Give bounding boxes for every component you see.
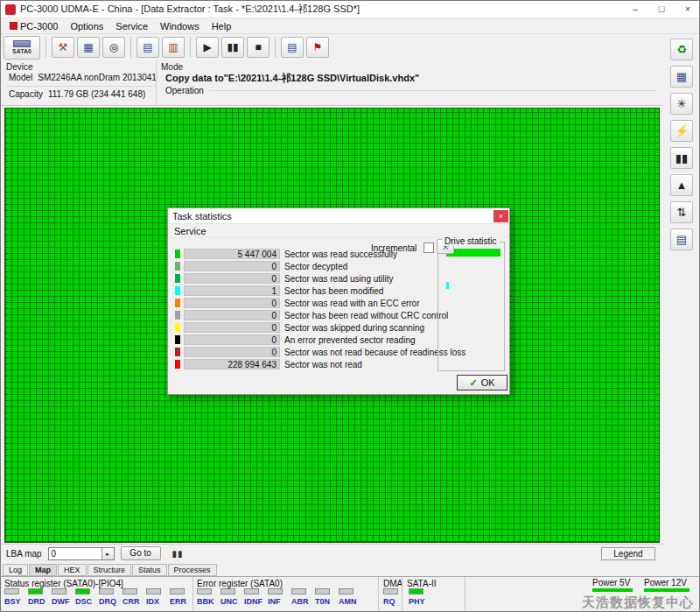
goto-button[interactable]: Go to [121,546,161,560]
idnf-led [244,588,259,594]
stat-swatch [175,311,180,320]
dialog-title-bar[interactable]: Task statistics × [168,208,509,224]
process-button[interactable]: ⚑ [306,37,329,58]
fan-icon: ✳ [677,97,687,110]
stat-label: Sector decypted [284,262,347,271]
menu-service[interactable]: Service [109,20,154,32]
stat-value: 1 [184,285,280,296]
grid-icon: ▥ [168,41,178,53]
check-icon: ✓ [469,377,477,389]
stat-value: 0 [184,334,280,345]
app-window: PC-3000 UDMA-E - China - [Data Extractor… [0,0,700,612]
map-view-button[interactable]: ▤ [136,37,159,58]
close-button[interactable]: × [675,1,700,18]
title-bar: PC-3000 UDMA-E - China - [Data Extractor… [1,1,700,18]
tab-map[interactable]: Map [29,564,57,576]
status-flags: BSY DRD DWF DSC DRQ CRR IDX ERR [4,588,193,606]
stat-row: 5 447 004 Sector was read successfully [175,248,466,260]
phy-label: PHY [409,597,425,606]
toolbar-separator [130,37,131,58]
drive-statistic-bar [446,249,500,257]
crr-led [122,588,137,594]
legend-button[interactable]: Legend [601,547,655,560]
inf-led [268,588,283,594]
menu-options[interactable]: Options [64,20,109,32]
start-button[interactable]: ▶ [196,37,219,58]
swap-button[interactable]: ⇅ [670,201,693,223]
sata0-port-button[interactable]: SATA0 [4,36,40,60]
stat-swatch [175,250,180,258]
drive-statistic-label: Drive statistic [442,236,499,246]
binoculars-icon: ◎ [109,41,118,53]
flag-abr: ABR [291,588,315,606]
unc-label: UNC [220,597,238,606]
tools-button[interactable]: ⚒ [52,37,74,58]
eject-button[interactable]: ▲ [670,174,693,196]
play-icon: ▶ [203,41,211,53]
device-panel: Device Model SM2246AA nonDram 20130411 S… [3,60,157,106]
sata-port-icon [13,40,31,47]
minimize-button[interactable]: – [622,1,648,18]
tab-hex[interactable]: HEX [58,564,87,576]
maximize-button[interactable]: □ [648,1,675,18]
dwf-led [52,588,66,594]
flag-phy: PHY [409,588,432,606]
fan-button[interactable]: ✳ [670,93,693,115]
abr-led [291,588,306,594]
drq-label: DRQ [99,597,116,606]
chip-button[interactable]: ▦ [77,37,100,58]
device-chip-icon: ▦ [676,70,687,83]
flag-inf: INF [268,588,291,606]
t0n-led [315,588,330,594]
operation-line [209,90,657,91]
pause-button[interactable]: ▮▮ [221,37,244,58]
menu-pc3000-label: PC-3000 [20,21,58,32]
stat-row: 0 Sector was read using utility [175,272,466,285]
dma-flags: RQ [383,588,407,606]
stat-swatch [175,299,180,307]
lba-browse-button[interactable]: ▸ [102,548,114,559]
tab-status[interactable]: Status [132,564,167,576]
mode-copy-text: Copy data to"E:\2021\1.4-祁128G SSD\Virtu… [158,73,662,84]
stat-label: Sector was not read [284,360,362,369]
stat-swatch [175,335,180,344]
rq-label: RQ [383,597,396,606]
stat-swatch [175,274,180,283]
stop-button[interactable]: ■ [247,37,270,58]
pause-drive-icon: ▮▮ [676,151,688,165]
bottom-tabs: Log Map HEX Structure Status Processes [1,562,662,576]
report-icon: ▤ [287,41,297,53]
flag-bbk: BBK [197,588,220,606]
tab-log[interactable]: Log [3,564,28,576]
stat-label: Sector has been modified [284,286,383,296]
recycle-bin-button[interactable]: ♻ [670,39,693,60]
drq-led [99,588,114,594]
stat-swatch [175,323,180,332]
grid-view-button[interactable]: ▥ [162,37,185,58]
power-button[interactable]: ⚡ [670,120,693,142]
ok-button[interactable]: ✓ OK [457,375,508,390]
chip-icon: ▦ [83,41,93,53]
amn-led [339,588,354,594]
stat-value: 0 [184,298,280,308]
find-button[interactable]: ◎ [102,37,125,58]
watermark-text: 天浩数据恢复中心 [582,594,694,611]
flag-unc: UNC [220,588,244,606]
menu-windows[interactable]: Windows [154,20,206,32]
menu-pc3000[interactable]: PC-3000 [4,20,64,32]
lba-value[interactable]: 0 [49,548,102,559]
device-chip-button[interactable]: ▦ [670,66,693,88]
dialog-close-button[interactable]: × [494,210,508,222]
stat-label: Sector was read with an ECC error [284,299,420,308]
lba-input[interactable]: 0 ▸ [48,547,115,560]
pause-drive-button[interactable]: ▮▮ [670,147,693,169]
tab-processes[interactable]: Processes [168,564,217,576]
recycle-bin-icon: ♻ [676,43,687,56]
report-button[interactable]: ▤ [281,37,304,58]
power-5v-bar [592,588,633,592]
flag-dwf: DWF [52,588,75,606]
panel-button[interactable]: ▤ [670,229,693,250]
menu-help[interactable]: Help [206,20,238,32]
tab-structure[interactable]: Structure [88,564,132,576]
sata-header: SATA-II [407,579,437,588]
